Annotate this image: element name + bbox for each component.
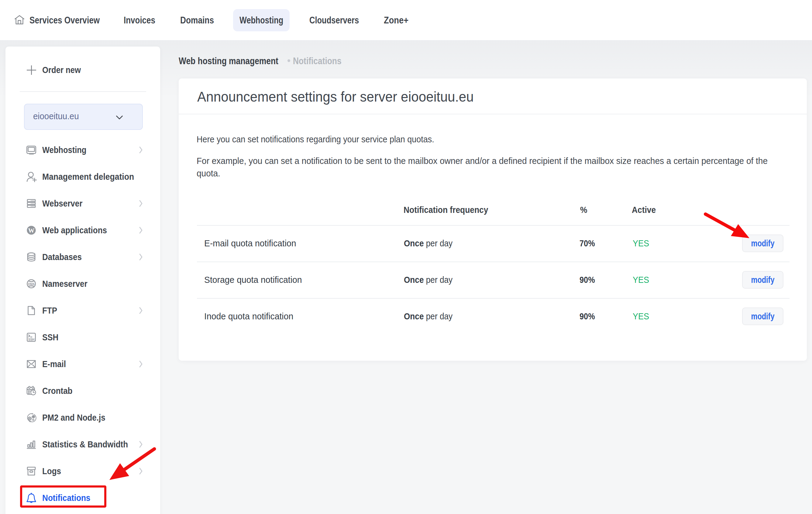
svg-text:W: W — [28, 227, 35, 234]
svg-text:DNS: DNS — [28, 282, 34, 286]
svg-text:SSH: SSH — [28, 338, 35, 341]
